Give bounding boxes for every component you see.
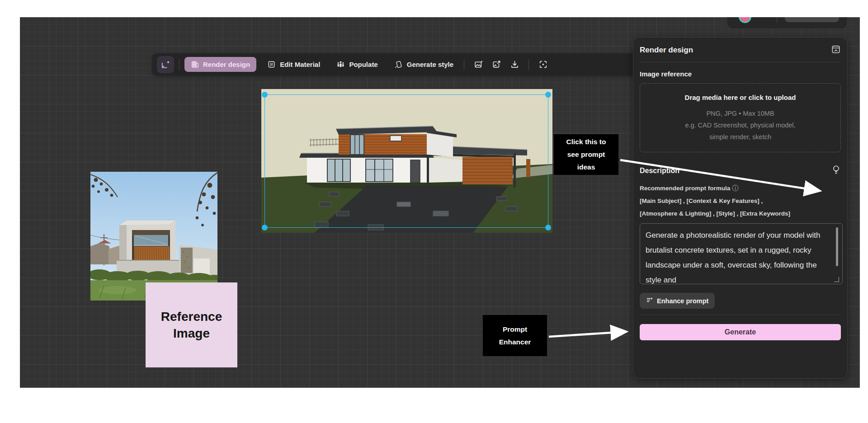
textarea-resize-handle[interactable] bbox=[834, 277, 839, 282]
focus-icon bbox=[538, 60, 548, 69]
focus-frame-button[interactable] bbox=[535, 57, 551, 72]
style-card-icon bbox=[394, 60, 403, 69]
account-button[interactable] bbox=[785, 17, 839, 22]
download-button[interactable] bbox=[507, 57, 522, 72]
tab-generate-style[interactable]: Generate style bbox=[389, 57, 459, 72]
download-icon bbox=[510, 60, 519, 69]
dropzone-example-line1: e.g. CAD Screenshot, physical model, bbox=[646, 119, 835, 131]
material-hatch-icon bbox=[267, 60, 276, 69]
reference-label-line1: Reference bbox=[161, 308, 222, 325]
prompt-ideas-callout: Click this to see prompt ideas bbox=[554, 134, 618, 175]
upload-dropzone[interactable]: Drag media here or click to upload PNG, … bbox=[640, 83, 841, 152]
callout-line: ideas bbox=[577, 161, 595, 174]
chip-divider bbox=[777, 17, 777, 22]
formula-line2: [Atmosphere & Lighting] , [Style] , [Ext… bbox=[640, 207, 841, 220]
design-canvas[interactable]: Render design Edit Material bbox=[20, 17, 860, 388]
toolbar-divider bbox=[464, 59, 464, 70]
tab-render-design[interactable]: Render design bbox=[184, 57, 256, 72]
image-expand-icon bbox=[492, 60, 501, 69]
prompt-ideas-lightbulb-icon[interactable] bbox=[831, 165, 841, 176]
panel-divider bbox=[640, 315, 841, 315]
tab-populate[interactable]: Populate bbox=[331, 57, 383, 72]
image-reference-heading: Image reference bbox=[640, 70, 841, 78]
tab-edit-material[interactable]: Edit Material bbox=[262, 57, 326, 72]
expand-image-button[interactable] bbox=[489, 57, 504, 72]
formula-line1: [Main Subject] , [Context & Key Features… bbox=[640, 195, 841, 207]
selection-handle-bottom-right[interactable] bbox=[545, 225, 551, 230]
selection-rect[interactable] bbox=[264, 94, 548, 228]
enhance-sparkle-icon bbox=[646, 296, 653, 305]
render-design-panel: Render design Image reference Drag media… bbox=[633, 37, 848, 379]
callout-line: see prompt bbox=[567, 148, 605, 161]
reference-label-line2: Image bbox=[173, 325, 210, 342]
textarea-scrollbar[interactable] bbox=[836, 227, 838, 266]
generate-button[interactable]: Generate bbox=[640, 324, 841, 340]
arrow-to-enhance-button bbox=[549, 332, 626, 337]
description-heading: Description bbox=[640, 167, 679, 175]
dropzone-example-line2: simple render, sketch bbox=[646, 131, 835, 143]
frame-sparkle-icon bbox=[160, 60, 170, 70]
enhance-prompt-label: Enhance prompt bbox=[657, 297, 708, 305]
panel-title: Render design bbox=[640, 46, 693, 55]
canvas-toolbar: Render design Edit Material bbox=[152, 53, 660, 75]
toolbar-divider bbox=[179, 59, 179, 70]
tab-populate-label: Populate bbox=[349, 61, 377, 68]
panel-divider bbox=[640, 62, 841, 62]
enhance-prompt-button[interactable]: Enhance prompt bbox=[640, 293, 715, 309]
info-icon[interactable]: ⓘ bbox=[732, 184, 738, 192]
formula-label-row: Recommended prompt formulaⓘ bbox=[640, 182, 841, 195]
selection-handle-bottom-left[interactable] bbox=[262, 225, 268, 230]
tab-edit-material-label: Edit Material bbox=[280, 61, 320, 68]
callout-line: Prompt bbox=[503, 323, 527, 336]
render-grid-icon bbox=[191, 60, 199, 69]
selection-handle-top-right[interactable] bbox=[545, 92, 551, 98]
tab-generate-style-label: Generate style bbox=[407, 61, 453, 68]
toolbar-divider bbox=[528, 59, 529, 70]
avatar[interactable] bbox=[739, 17, 751, 23]
tab-render-design-label: Render design bbox=[203, 61, 250, 68]
callout-line: Click this to bbox=[566, 136, 606, 148]
dropzone-formats: PNG, JPG • Max 10MB bbox=[646, 108, 835, 119]
add-image-button[interactable] bbox=[471, 57, 486, 72]
account-chip[interactable] bbox=[726, 17, 848, 29]
reference-photo[interactable] bbox=[90, 172, 217, 301]
prompt-enhancer-callout: Prompt Enhancer bbox=[483, 315, 547, 356]
selection-handle-top-left[interactable] bbox=[262, 92, 268, 98]
reference-image-label[interactable]: Reference Image bbox=[146, 282, 237, 367]
selected-model-image[interactable] bbox=[261, 89, 552, 233]
ai-frame-tool-button[interactable] bbox=[157, 56, 174, 73]
collapse-panel-icon[interactable] bbox=[831, 44, 841, 56]
people-icon bbox=[336, 60, 345, 69]
prompt-textarea[interactable]: Generate a photorealistic render of your… bbox=[640, 223, 843, 284]
image-sparkle-icon bbox=[474, 60, 483, 69]
formula-label: Recommended prompt formula bbox=[640, 185, 730, 192]
reference-photo-image bbox=[90, 172, 217, 301]
app-window: Render design Edit Material bbox=[0, 0, 868, 423]
callout-line: Enhancer bbox=[499, 336, 531, 348]
dropzone-title: Drag media here or click to upload bbox=[646, 94, 835, 101]
